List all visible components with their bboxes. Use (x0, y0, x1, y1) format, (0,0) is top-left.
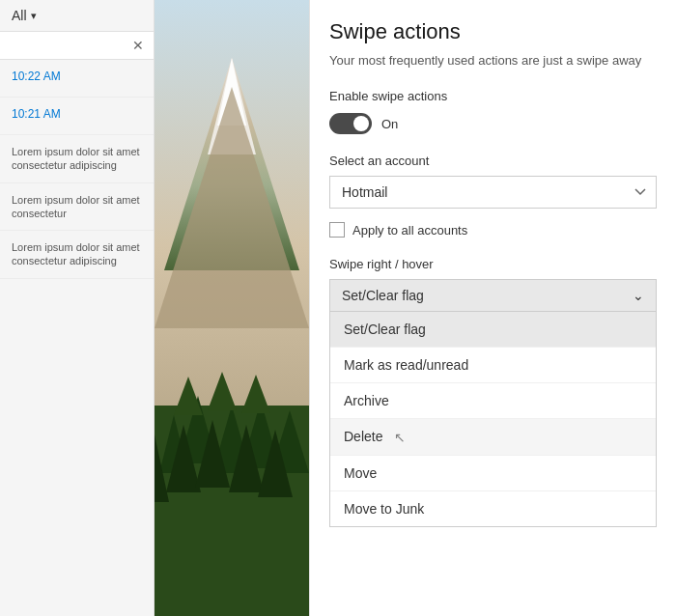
close-icon[interactable]: ✕ (132, 38, 144, 53)
chevron-down-icon: ⌄ (633, 288, 644, 303)
swipe-right-dropdown[interactable]: Set/Clear flag ⌄ Set/Clear flag Mark as … (329, 279, 657, 527)
toggle-on-label: On (381, 117, 398, 131)
enable-swipe-toggle[interactable] (329, 113, 372, 134)
list-item[interactable]: Lorem ipsum dolor sit amet consectetur a… (0, 231, 154, 279)
email-time: 10:21 AM (12, 107, 142, 121)
swipe-option-delete[interactable]: Delete ↖ (330, 419, 656, 456)
swipe-right-label: Swipe right / hover (329, 257, 657, 271)
swipe-option-archive[interactable]: Archive (330, 383, 656, 419)
all-filter-label[interactable]: All (12, 8, 27, 23)
mountain-illustration (155, 0, 309, 616)
swipe-option-label: Set/Clear flag (344, 322, 426, 337)
email-list: 10:22 AM 10:21 AM Lorem ipsum dolor sit … (0, 60, 154, 616)
email-list-header: All ▾ (0, 0, 154, 32)
swipe-option-move-to-junk[interactable]: Move to Junk (330, 491, 656, 526)
mountain-image-panel (155, 0, 309, 616)
dropdown-header[interactable]: Set/Clear flag ⌄ (329, 279, 657, 312)
email-snippet: Lorem ipsum dolor sit amet (12, 193, 142, 207)
chevron-down-icon[interactable]: ▾ (31, 10, 37, 22)
settings-panel: Swipe actions Your most frequently used … (309, 0, 676, 616)
account-select[interactable]: Hotmail Outlook Gmail (329, 176, 657, 209)
cursor-icon: ↖ (394, 430, 406, 445)
swipe-option-label: Move (344, 465, 377, 481)
apply-all-checkbox[interactable] (329, 222, 345, 238)
email-snippet: consectetur adipiscing (12, 158, 142, 172)
toggle-row: On (329, 113, 657, 134)
list-item[interactable]: Lorem ipsum dolor sit amet consectetur a… (0, 135, 154, 183)
page-title: Swipe actions (329, 19, 657, 44)
apply-all-label: Apply to all accounts (352, 223, 467, 238)
left-sidebar: All ▾ ✕ 10:22 AM 10:21 AM Lorem ipsum do… (0, 0, 155, 616)
swipe-option-move[interactable]: Move (330, 456, 656, 491)
swipe-dropdown-list: Set/Clear flag Mark as read/unread Archi… (329, 312, 657, 527)
select-account-label: Select an account (329, 154, 657, 168)
email-snippet: Lorem ipsum dolor sit amet (12, 145, 142, 158)
swipe-option-label: Delete (344, 429, 382, 444)
email-snippet: Lorem ipsum dolor sit amet (12, 240, 142, 254)
enable-swipe-label: Enable swipe actions (329, 89, 657, 103)
search-bar: ✕ (0, 32, 154, 60)
list-item[interactable]: 10:22 AM (0, 60, 154, 98)
swipe-right-section: Swipe right / hover Set/Clear flag ⌄ Set… (329, 257, 657, 527)
panel-description: Your most frequently used actions are ju… (329, 52, 657, 70)
swipe-option-label: Mark as read/unread (344, 357, 468, 373)
list-item[interactable]: 10:21 AM (0, 98, 154, 135)
apply-all-row: Apply to all accounts (329, 222, 657, 238)
selected-swipe-value: Set/Clear flag (342, 288, 424, 303)
list-item[interactable]: Lorem ipsum dolor sit amet consectetur (0, 183, 154, 232)
toggle-knob (353, 116, 369, 131)
swipe-option-set-clear-flag[interactable]: Set/Clear flag (330, 312, 656, 348)
email-snippet: consectetur (12, 207, 142, 220)
swipe-option-label: Move to Junk (344, 501, 424, 517)
email-time: 10:22 AM (12, 70, 142, 83)
email-snippet: consectetur adipiscing (12, 254, 142, 267)
swipe-option-mark-read[interactable]: Mark as read/unread (330, 348, 656, 383)
swipe-option-label: Archive (344, 393, 389, 408)
